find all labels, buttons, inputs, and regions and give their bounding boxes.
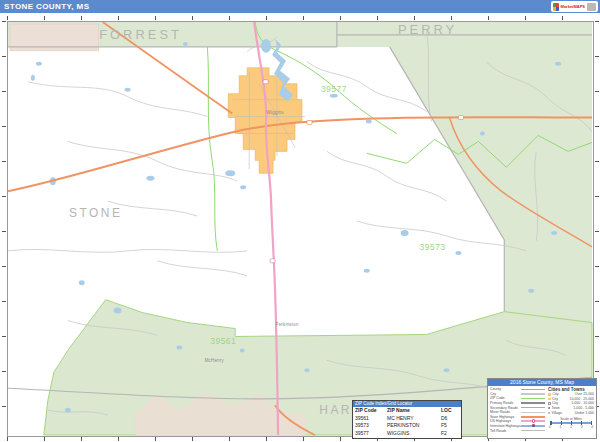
col-zip-name: ZIP Name	[387, 407, 441, 415]
city-swatch	[548, 402, 551, 405]
table-row: 39577 WIGGINS F2	[353, 430, 461, 438]
us-highway-sample	[521, 420, 545, 422]
legend-label: Minor Roads	[490, 410, 521, 414]
city-swatch	[548, 393, 551, 396]
legend-label: County	[490, 387, 521, 391]
zip-table-header-row: ZIP Code ZIP Name LOC	[353, 407, 461, 415]
stone-county-label: STONE	[69, 206, 122, 220]
legend-label: Primary Roads	[490, 401, 521, 405]
legend-label: Interstate Highways	[490, 424, 521, 428]
grid-ruler-left	[2, 21, 6, 436]
table-row: 39561 MC HENRY D6	[353, 415, 461, 423]
county-map-art: FORREST PERRY STONE HARRISON 39577 39573…	[8, 22, 593, 436]
legend-row-toll: Toll Roads	[490, 428, 545, 433]
city-swatch	[548, 407, 550, 409]
legend-label: ZIP Code	[490, 396, 521, 400]
grid-ruler-right	[595, 21, 599, 436]
county-map: FORREST PERRY STONE HARRISON 39577 39573…	[7, 21, 594, 437]
perry-county-label: PERRY	[398, 22, 457, 37]
logo-badge	[587, 3, 596, 11]
city-swatch	[548, 398, 551, 401]
map-page: STONE COUNTY, MS MarketMAPS	[0, 0, 600, 442]
scale-numbers: 0 1 2 3 4	[548, 425, 594, 429]
interstate-sample	[521, 425, 545, 428]
scale-bar: Scale in Miles 0 1 2 3 4	[548, 417, 594, 429]
city-size-row: VillageUnder 1,000	[548, 410, 594, 415]
legend-label: US Highways	[490, 419, 521, 423]
legend-label: City	[490, 392, 521, 396]
zip-39577-label: 39577	[321, 84, 347, 94]
scale-tick: 2	[570, 425, 572, 429]
col-zip-code: ZIP Code	[355, 407, 387, 415]
county-line-sample	[521, 389, 545, 391]
cell-zip: 39573	[355, 422, 387, 430]
perkinston-town-label: Perkinston	[275, 322, 298, 327]
scale-tick: 0	[549, 425, 551, 429]
title-bar: STONE COUNTY, MS MarketMAPS	[0, 0, 600, 13]
interstate-shield-icon	[532, 424, 536, 428]
logo-brand-text: MarketMAPS	[561, 5, 585, 9]
legend-cities-towns: Cities and Towns CityOver 25,000 City10,…	[548, 387, 594, 433]
state-highway-sample	[521, 416, 545, 418]
cell-loc: F5	[441, 422, 459, 430]
wiggins-town-label: Wiggins	[266, 110, 284, 115]
legend-label: Secondary Roads	[490, 406, 521, 410]
zip-39573-label: 39573	[420, 242, 446, 252]
cell-name: WIGGINS	[387, 430, 441, 438]
city-line-sample	[521, 393, 545, 396]
secondary-road-sample	[521, 407, 545, 409]
legend-label: Toll Roads	[490, 429, 521, 433]
map-legend: 2016 Stone County, MS Map County City ZI…	[487, 378, 597, 439]
page-title: STONE COUNTY, MS	[0, 0, 600, 13]
cell-loc: D6	[441, 415, 459, 423]
us-shield-icon	[532, 419, 536, 423]
legend-title: 2016 Stone County, MS Map	[488, 379, 596, 386]
zip-line-sample	[521, 398, 545, 400]
grid-ruler-top	[7, 16, 593, 20]
logo-mark-icon	[553, 3, 559, 11]
legend-label: State Highways	[490, 415, 521, 419]
forrest-county-label: FORREST	[99, 27, 182, 42]
cell-zip: 39561	[355, 415, 387, 423]
minor-road-sample	[521, 412, 545, 413]
city-size-range: Under 1,000	[564, 411, 595, 415]
primary-road-sample	[521, 402, 545, 404]
cell-name: PERKINSTON	[387, 422, 441, 430]
city-swatch	[548, 412, 550, 414]
publisher-logo: MarketMAPS	[551, 1, 598, 12]
scale-tick: 4	[591, 425, 593, 429]
zip-index-table: ZIP Code Index/Grid Locator ZIP Code ZIP…	[352, 400, 462, 439]
scale-tick: 1	[560, 425, 562, 429]
scale-tick: 3	[581, 425, 583, 429]
toll-road-sample	[521, 430, 545, 432]
table-row: 39573 PERKINSTON F5	[353, 422, 461, 430]
zip-39561-label: 39561	[210, 336, 236, 346]
mchenry-town-label: McHenry	[205, 358, 225, 363]
city-size-label: Village	[552, 411, 564, 415]
cell-name: MC HENRY	[387, 415, 441, 423]
legend-line-symbols: County City ZIP Code Primary Roads Secon…	[490, 387, 545, 433]
col-loc: LOC	[441, 407, 459, 415]
cell-zip: 39577	[355, 430, 387, 438]
cell-loc: F2	[441, 430, 459, 438]
